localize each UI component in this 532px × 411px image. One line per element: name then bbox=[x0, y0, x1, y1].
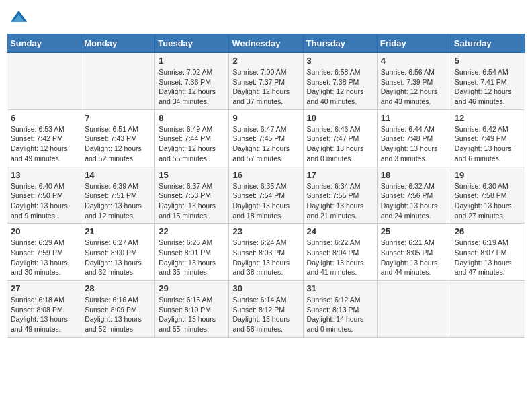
calendar-cell: 30Sunrise: 6:14 AM Sunset: 8:12 PM Dayli… bbox=[229, 281, 303, 338]
day-info: Sunrise: 6:26 AM Sunset: 8:01 PM Dayligh… bbox=[159, 238, 225, 277]
day-number: 5 bbox=[455, 56, 521, 66]
day-number: 16 bbox=[232, 170, 299, 180]
calendar-cell: 9Sunrise: 6:47 AM Sunset: 7:45 PM Daylig… bbox=[229, 109, 303, 167]
calendar-cell: 26Sunrise: 6:19 AM Sunset: 8:07 PM Dayli… bbox=[451, 224, 525, 281]
calendar-cell: 17Sunrise: 6:34 AM Sunset: 7:55 PM Dayli… bbox=[303, 167, 377, 224]
day-number: 28 bbox=[85, 283, 151, 293]
day-number: 6 bbox=[11, 113, 77, 123]
day-info: Sunrise: 6:35 AM Sunset: 7:54 PM Dayligh… bbox=[232, 181, 299, 221]
day-info: Sunrise: 6:58 AM Sunset: 7:38 PM Dayligh… bbox=[307, 67, 373, 107]
calendar-cell: 19Sunrise: 6:30 AM Sunset: 7:58 PM Dayli… bbox=[451, 167, 525, 224]
day-number: 24 bbox=[307, 226, 373, 236]
day-info: Sunrise: 6:21 AM Sunset: 8:05 PM Dayligh… bbox=[381, 238, 447, 277]
calendar-week-row: 1Sunrise: 7:02 AM Sunset: 7:36 PM Daylig… bbox=[7, 53, 525, 110]
day-header-friday: Friday bbox=[377, 34, 451, 53]
day-number: 14 bbox=[85, 170, 151, 180]
day-info: Sunrise: 7:02 AM Sunset: 7:36 PM Dayligh… bbox=[159, 67, 225, 107]
day-number: 13 bbox=[11, 170, 77, 180]
day-header-wednesday: Wednesday bbox=[229, 34, 303, 53]
day-number: 17 bbox=[307, 170, 373, 180]
day-info: Sunrise: 6:27 AM Sunset: 8:00 PM Dayligh… bbox=[85, 238, 151, 277]
calendar-cell: 8Sunrise: 6:49 AM Sunset: 7:44 PM Daylig… bbox=[155, 109, 229, 167]
day-info: Sunrise: 6:30 AM Sunset: 7:58 PM Dayligh… bbox=[455, 181, 521, 221]
calendar-week-row: 20Sunrise: 6:29 AM Sunset: 7:59 PM Dayli… bbox=[7, 224, 525, 281]
day-number: 1 bbox=[159, 56, 225, 66]
day-info: Sunrise: 6:39 AM Sunset: 7:51 PM Dayligh… bbox=[85, 181, 151, 221]
calendar-cell: 10Sunrise: 6:46 AM Sunset: 7:47 PM Dayli… bbox=[303, 109, 377, 167]
day-info: Sunrise: 6:12 AM Sunset: 8:13 PM Dayligh… bbox=[307, 295, 373, 334]
calendar-cell: 18Sunrise: 6:32 AM Sunset: 7:56 PM Dayli… bbox=[377, 167, 451, 224]
calendar-cell bbox=[81, 53, 155, 110]
calendar-cell: 16Sunrise: 6:35 AM Sunset: 7:54 PM Dayli… bbox=[229, 167, 303, 224]
day-info: Sunrise: 6:29 AM Sunset: 7:59 PM Dayligh… bbox=[11, 238, 77, 277]
day-info: Sunrise: 6:46 AM Sunset: 7:47 PM Dayligh… bbox=[307, 124, 373, 164]
day-info: Sunrise: 6:51 AM Sunset: 7:43 PM Dayligh… bbox=[85, 124, 151, 164]
calendar-cell: 2Sunrise: 7:00 AM Sunset: 7:37 PM Daylig… bbox=[229, 53, 303, 110]
day-info: Sunrise: 6:56 AM Sunset: 7:39 PM Dayligh… bbox=[381, 67, 447, 107]
day-number: 15 bbox=[159, 170, 225, 180]
calendar-cell: 13Sunrise: 6:40 AM Sunset: 7:50 PM Dayli… bbox=[7, 167, 81, 224]
day-number: 23 bbox=[232, 226, 299, 236]
calendar-cell: 1Sunrise: 7:02 AM Sunset: 7:36 PM Daylig… bbox=[155, 53, 229, 110]
calendar-cell: 25Sunrise: 6:21 AM Sunset: 8:05 PM Dayli… bbox=[377, 224, 451, 281]
calendar-cell: 23Sunrise: 6:24 AM Sunset: 8:03 PM Dayli… bbox=[229, 224, 303, 281]
calendar-cell: 22Sunrise: 6:26 AM Sunset: 8:01 PM Dayli… bbox=[155, 224, 229, 281]
calendar-cell: 15Sunrise: 6:37 AM Sunset: 7:53 PM Dayli… bbox=[155, 167, 229, 224]
day-info: Sunrise: 6:34 AM Sunset: 7:55 PM Dayligh… bbox=[307, 181, 373, 221]
day-number: 20 bbox=[11, 226, 77, 236]
logo bbox=[9, 7, 30, 28]
calendar-cell: 12Sunrise: 6:42 AM Sunset: 7:49 PM Dayli… bbox=[451, 109, 525, 167]
day-header-saturday: Saturday bbox=[451, 34, 525, 53]
page-header bbox=[7, 7, 525, 28]
day-info: Sunrise: 6:14 AM Sunset: 8:12 PM Dayligh… bbox=[232, 295, 299, 334]
day-number: 26 bbox=[455, 226, 521, 236]
calendar-cell: 24Sunrise: 6:22 AM Sunset: 8:04 PM Dayli… bbox=[303, 224, 377, 281]
calendar-cell bbox=[377, 281, 451, 338]
day-info: Sunrise: 7:00 AM Sunset: 7:37 PM Dayligh… bbox=[232, 67, 299, 107]
day-info: Sunrise: 6:49 AM Sunset: 7:44 PM Dayligh… bbox=[159, 124, 225, 164]
day-info: Sunrise: 6:15 AM Sunset: 8:10 PM Dayligh… bbox=[159, 295, 225, 334]
day-number: 2 bbox=[232, 56, 299, 66]
calendar-cell bbox=[7, 53, 81, 110]
day-number: 8 bbox=[159, 113, 225, 123]
logo-icon bbox=[9, 9, 28, 28]
calendar-week-row: 13Sunrise: 6:40 AM Sunset: 7:50 PM Dayli… bbox=[7, 167, 525, 224]
calendar-cell: 14Sunrise: 6:39 AM Sunset: 7:51 PM Dayli… bbox=[81, 167, 155, 224]
calendar-cell: 31Sunrise: 6:12 AM Sunset: 8:13 PM Dayli… bbox=[303, 281, 377, 338]
day-info: Sunrise: 6:44 AM Sunset: 7:48 PM Dayligh… bbox=[381, 124, 447, 164]
calendar-week-row: 27Sunrise: 6:18 AM Sunset: 8:08 PM Dayli… bbox=[7, 281, 525, 338]
day-info: Sunrise: 6:53 AM Sunset: 7:42 PM Dayligh… bbox=[11, 124, 77, 164]
day-header-tuesday: Tuesday bbox=[155, 34, 229, 53]
calendar-cell: 11Sunrise: 6:44 AM Sunset: 7:48 PM Dayli… bbox=[377, 109, 451, 167]
calendar-cell: 4Sunrise: 6:56 AM Sunset: 7:39 PM Daylig… bbox=[377, 53, 451, 110]
day-info: Sunrise: 6:22 AM Sunset: 8:04 PM Dayligh… bbox=[307, 238, 373, 277]
day-number: 7 bbox=[85, 113, 151, 123]
day-number: 27 bbox=[11, 283, 77, 293]
calendar-header-row: SundayMondayTuesdayWednesdayThursdayFrid… bbox=[7, 34, 525, 53]
calendar-cell: 3Sunrise: 6:58 AM Sunset: 7:38 PM Daylig… bbox=[303, 53, 377, 110]
day-info: Sunrise: 6:19 AM Sunset: 8:07 PM Dayligh… bbox=[455, 238, 521, 277]
calendar-cell: 27Sunrise: 6:18 AM Sunset: 8:08 PM Dayli… bbox=[7, 281, 81, 338]
day-info: Sunrise: 6:18 AM Sunset: 8:08 PM Dayligh… bbox=[11, 295, 77, 334]
day-header-monday: Monday bbox=[81, 34, 155, 53]
calendar-cell: 6Sunrise: 6:53 AM Sunset: 7:42 PM Daylig… bbox=[7, 109, 81, 167]
day-number: 30 bbox=[232, 283, 299, 293]
day-number: 25 bbox=[381, 226, 447, 236]
day-number: 29 bbox=[159, 283, 225, 293]
calendar-cell bbox=[451, 281, 525, 338]
day-number: 19 bbox=[455, 170, 521, 180]
day-info: Sunrise: 6:16 AM Sunset: 8:09 PM Dayligh… bbox=[85, 295, 151, 334]
day-info: Sunrise: 6:47 AM Sunset: 7:45 PM Dayligh… bbox=[232, 124, 299, 164]
day-number: 22 bbox=[159, 226, 225, 236]
day-header-thursday: Thursday bbox=[303, 34, 377, 53]
day-number: 21 bbox=[85, 226, 151, 236]
calendar-cell: 29Sunrise: 6:15 AM Sunset: 8:10 PM Dayli… bbox=[155, 281, 229, 338]
day-number: 9 bbox=[232, 113, 299, 123]
day-header-sunday: Sunday bbox=[7, 34, 81, 53]
day-number: 3 bbox=[307, 56, 373, 66]
calendar-cell: 7Sunrise: 6:51 AM Sunset: 7:43 PM Daylig… bbox=[81, 109, 155, 167]
day-info: Sunrise: 6:24 AM Sunset: 8:03 PM Dayligh… bbox=[232, 238, 299, 277]
day-info: Sunrise: 6:37 AM Sunset: 7:53 PM Dayligh… bbox=[159, 181, 225, 221]
calendar-table: SundayMondayTuesdayWednesdayThursdayFrid… bbox=[7, 34, 525, 338]
day-number: 10 bbox=[307, 113, 373, 123]
